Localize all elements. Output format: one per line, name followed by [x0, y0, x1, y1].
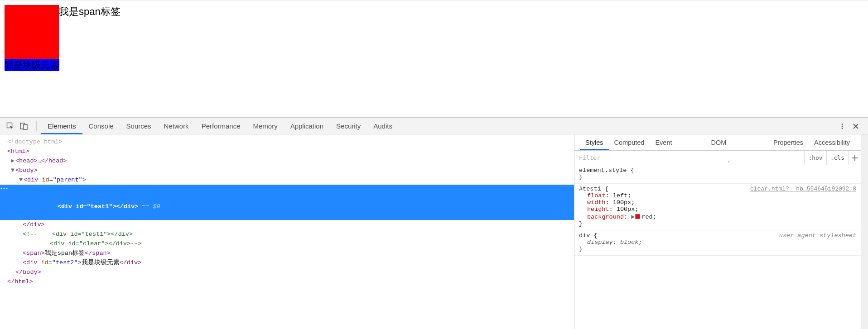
subtab-styles[interactable]: Styles	[580, 134, 609, 150]
dom-parent-open[interactable]: ▼<div id="parent">	[0, 175, 574, 185]
tab-memory[interactable]: Memory	[247, 118, 284, 134]
rule-div-ua[interactable]: user agent stylesheet div { display: blo…	[574, 230, 861, 256]
dom-html-open[interactable]: <html>	[0, 147, 574, 156]
device-toggle-icon[interactable]	[18, 120, 30, 132]
test1-red-box	[5, 5, 59, 59]
dom-test2[interactable]: <div id="test2">我是块级元素</div>	[0, 258, 574, 267]
hov-toggle[interactable]: :hov	[804, 151, 826, 165]
styles-filter-row: :hov .cls	[574, 151, 861, 165]
tab-audits[interactable]: Audits	[367, 118, 399, 134]
dom-comment[interactable]: <!-- <div id="test1"></div>	[0, 229, 574, 239]
inspect-icon[interactable]	[5, 120, 16, 132]
subtab-accessibility[interactable]: Accessibility	[809, 134, 855, 150]
devtools-tabs: Elements Console Sources Network Perform…	[41, 118, 399, 134]
tab-console[interactable]: Console	[82, 118, 120, 134]
tabbar-divider	[36, 121, 37, 131]
subtab-dom-breakpoints[interactable]: DOM Breakpoints	[706, 134, 768, 150]
tab-performance[interactable]: Performance	[195, 118, 247, 134]
dom-body-close[interactable]: </body>	[0, 267, 574, 277]
svg-point-4	[842, 125, 843, 127]
new-style-rule-icon[interactable]	[848, 151, 861, 165]
dom-tree-panel[interactable]: <!doctype html> <html> ▶<head>…</head> ▼…	[0, 134, 574, 329]
styles-rules[interactable]: element.style { } clear.html?__hb…554646…	[574, 165, 861, 329]
tab-application[interactable]: Application	[284, 118, 330, 134]
kebab-menu-icon[interactable]	[836, 120, 848, 132]
dom-parent-close[interactable]: </div>	[0, 220, 574, 229]
tab-elements[interactable]: Elements	[41, 118, 82, 134]
rule-element-style[interactable]: element.style { }	[574, 165, 861, 184]
svg-point-5	[842, 128, 843, 129]
color-swatch-icon[interactable]	[635, 214, 640, 219]
devtools-panels: <!doctype html> <html> ▶<head>…</head> ▼…	[0, 134, 868, 329]
styles-panel: Styles Computed Event Listeners DOM Brea…	[574, 134, 861, 329]
dom-head[interactable]: ▶<head>…</head>	[0, 156, 574, 166]
scrollbar[interactable]	[861, 134, 868, 329]
devtools-tabbar: Elements Console Sources Network Perform…	[0, 118, 868, 134]
subtab-computed[interactable]: Computed	[609, 134, 650, 150]
devtools: Elements Console Sources Network Perform…	[0, 118, 868, 329]
tab-network[interactable]: Network	[158, 118, 195, 134]
styles-filter-input[interactable]	[574, 154, 804, 161]
close-icon[interactable]	[850, 120, 862, 132]
svg-rect-2	[24, 124, 27, 129]
cls-toggle[interactable]: .cls	[826, 151, 848, 165]
rule-source-link[interactable]: clear.html?__hb…554646192092:8	[750, 186, 856, 192]
styles-subtabs: Styles Computed Event Listeners DOM Brea…	[574, 134, 861, 151]
dom-html-close[interactable]: </html>	[0, 277, 574, 286]
dom-test1-selected[interactable]: ••• <div id="test1"></div> == $0	[0, 185, 574, 220]
subtab-event-listeners[interactable]: Event Listeners	[650, 134, 705, 150]
span-label: 我是span标签	[59, 6, 121, 17]
ua-stylesheet-label: user agent stylesheet	[779, 232, 856, 239]
dom-body-open[interactable]: ▼<body>	[0, 166, 574, 175]
dom-comment-2[interactable]: <div id="clear"></div>-->	[0, 239, 574, 248]
dom-span[interactable]: <span>我是span标签</span>	[0, 248, 574, 258]
subtab-properties[interactable]: Properties	[768, 134, 809, 150]
page-viewport: 我是span标签 我是块级元素	[0, 0, 868, 118]
dom-doctype[interactable]: <!doctype html>	[0, 137, 574, 147]
tab-security[interactable]: Security	[330, 118, 367, 134]
rule-test1[interactable]: clear.html?__hb…554646192092:8 #test1 { …	[574, 184, 861, 230]
tab-sources[interactable]: Sources	[120, 118, 158, 134]
test2-blue-box: 我是块级元素	[5, 59, 59, 71]
svg-point-3	[842, 124, 843, 125]
